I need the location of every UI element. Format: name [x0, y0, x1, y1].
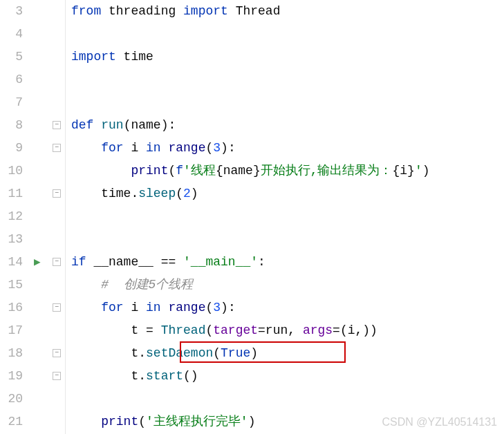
code-line[interactable]: print(f'线程{name}开始执行,输出结果为：{i}'): [71, 160, 504, 182]
code-line[interactable]: def run(name):: [71, 114, 504, 137]
code-line[interactable]: from threading import Thread: [71, 0, 504, 23]
fold-icon[interactable]: −: [53, 144, 61, 152]
line-number: 20: [0, 388, 23, 411]
line-number: 12: [0, 205, 23, 228]
fold-icon[interactable]: −: [53, 121, 61, 129]
line-number: 18: [0, 342, 23, 365]
line-number: 14: [0, 251, 23, 274]
line-number: 7: [0, 91, 23, 114]
fold-icon[interactable]: −: [53, 258, 61, 266]
fold-icon[interactable]: −: [53, 349, 61, 357]
run-icon[interactable]: ▶: [34, 255, 41, 269]
fold-column: −−−−−−−: [50, 0, 66, 434]
line-number: 3: [0, 0, 23, 23]
fold-icon[interactable]: −: [53, 372, 61, 380]
run-marker-column: ▶: [31, 0, 50, 434]
code-line[interactable]: t = Thread(target=run, args=(i,)): [71, 319, 504, 342]
code-line[interactable]: [71, 23, 504, 46]
line-number: 13: [0, 228, 23, 251]
code-line[interactable]: time.sleep(2): [71, 182, 504, 205]
line-number: 10: [0, 160, 23, 182]
code-line[interactable]: [71, 91, 504, 114]
line-number: 17: [0, 319, 23, 342]
line-number: 15: [0, 274, 23, 296]
line-number: 9: [0, 137, 23, 160]
code-line[interactable]: t.setDaemon(True): [71, 342, 504, 365]
line-number: 4: [0, 23, 23, 46]
code-area[interactable]: from threading import Threadimport timed…: [66, 0, 504, 434]
code-line[interactable]: print('主线程执行完毕'): [71, 411, 504, 433]
code-line[interactable]: [71, 388, 504, 411]
line-number: 6: [0, 68, 23, 91]
code-line[interactable]: [71, 205, 504, 228]
code-line[interactable]: [71, 228, 504, 251]
code-line[interactable]: for i in range(3):: [71, 296, 504, 319]
fold-icon[interactable]: −: [53, 189, 61, 198]
line-number: 16: [0, 296, 23, 319]
code-line[interactable]: for i in range(3):: [71, 137, 504, 160]
line-number: 21: [0, 411, 23, 433]
code-line[interactable]: t.start(): [71, 365, 504, 388]
line-number-gutter: 3456789101112131415161718192021: [0, 0, 31, 434]
code-line[interactable]: import time: [71, 46, 504, 68]
line-number: 11: [0, 182, 23, 205]
code-line[interactable]: [71, 68, 504, 91]
fold-icon[interactable]: −: [53, 303, 61, 312]
code-line[interactable]: if __name__ == '__main__':: [71, 251, 504, 274]
code-editor[interactable]: 3456789101112131415161718192021 ▶ −−−−−−…: [0, 0, 504, 434]
line-number: 5: [0, 46, 23, 68]
line-number: 8: [0, 114, 23, 137]
line-number: 19: [0, 365, 23, 388]
code-line[interactable]: # 创建5个线程: [71, 274, 504, 296]
